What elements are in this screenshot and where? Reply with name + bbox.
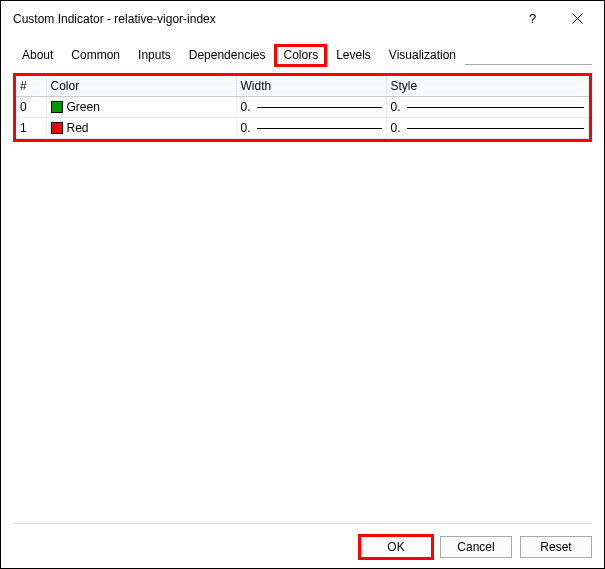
tab-dependencies[interactable]: Dependencies bbox=[180, 44, 275, 65]
tab-colors[interactable]: Colors bbox=[274, 44, 327, 66]
button-label: Cancel bbox=[457, 540, 494, 554]
button-label: Reset bbox=[540, 540, 571, 554]
width-value: 0. bbox=[241, 121, 255, 135]
header-style[interactable]: Style bbox=[386, 76, 589, 97]
dialog-window: Custom Indicator - relative-vigor-index … bbox=[0, 0, 605, 569]
cell-index: 1 bbox=[16, 118, 46, 139]
color-name: Green bbox=[67, 100, 100, 114]
line-preview-icon bbox=[407, 128, 585, 129]
cell-width[interactable]: 0. bbox=[236, 118, 386, 139]
cell-color[interactable]: Red bbox=[46, 118, 236, 139]
tab-about[interactable]: About bbox=[13, 44, 62, 65]
table-row[interactable]: 1 Red 0. 0. bbox=[16, 118, 589, 139]
table-header-row: # Color Width Style bbox=[16, 76, 589, 97]
tab-label: Levels bbox=[336, 48, 371, 62]
line-preview-icon bbox=[407, 107, 585, 108]
cell-index: 0 bbox=[16, 97, 46, 118]
style-value: 0. bbox=[391, 100, 405, 114]
tab-label: Inputs bbox=[138, 48, 171, 62]
tab-inputs[interactable]: Inputs bbox=[129, 44, 180, 65]
tab-label: Dependencies bbox=[189, 48, 266, 62]
style-value: 0. bbox=[391, 121, 405, 135]
colors-table-wrap: # Color Width Style 0 Green 0. bbox=[13, 73, 592, 142]
table-row[interactable]: 0 Green 0. 0. bbox=[16, 97, 589, 118]
tab-levels[interactable]: Levels bbox=[327, 44, 380, 65]
tab-content: # Color Width Style 0 Green 0. bbox=[13, 73, 592, 528]
cancel-button[interactable]: Cancel bbox=[440, 536, 512, 558]
line-preview-icon bbox=[257, 128, 382, 129]
tab-label: About bbox=[22, 48, 53, 62]
colors-table: # Color Width Style 0 Green 0. bbox=[16, 76, 589, 139]
tabstrip: About Common Inputs Dependencies Colors … bbox=[13, 44, 592, 65]
width-value: 0. bbox=[241, 100, 255, 114]
tab-visualization[interactable]: Visualization bbox=[380, 44, 465, 65]
button-label: OK bbox=[387, 540, 404, 554]
line-preview-icon bbox=[257, 107, 382, 108]
color-swatch-icon bbox=[51, 101, 63, 113]
cell-style[interactable]: 0. bbox=[386, 118, 589, 139]
help-button[interactable]: ? bbox=[510, 5, 555, 33]
header-color[interactable]: Color bbox=[46, 76, 236, 97]
window-title: Custom Indicator - relative-vigor-index bbox=[13, 12, 510, 26]
color-swatch-icon bbox=[51, 122, 63, 134]
header-width[interactable]: Width bbox=[236, 76, 386, 97]
header-index[interactable]: # bbox=[16, 76, 46, 97]
close-icon bbox=[572, 13, 583, 24]
reset-button[interactable]: Reset bbox=[520, 536, 592, 558]
ok-button[interactable]: OK bbox=[360, 536, 432, 558]
cell-color[interactable]: Green bbox=[46, 97, 236, 118]
titlebar: Custom Indicator - relative-vigor-index … bbox=[1, 1, 604, 36]
button-bar: OK Cancel Reset bbox=[360, 536, 592, 558]
cell-width[interactable]: 0. bbox=[236, 97, 386, 118]
cell-style[interactable]: 0. bbox=[386, 97, 589, 118]
footer-divider bbox=[13, 523, 592, 524]
tab-label: Colors bbox=[283, 48, 318, 62]
color-name: Red bbox=[67, 121, 89, 135]
tab-label: Common bbox=[71, 48, 120, 62]
close-button[interactable] bbox=[555, 5, 600, 33]
tab-common[interactable]: Common bbox=[62, 44, 129, 65]
tab-label: Visualization bbox=[389, 48, 456, 62]
